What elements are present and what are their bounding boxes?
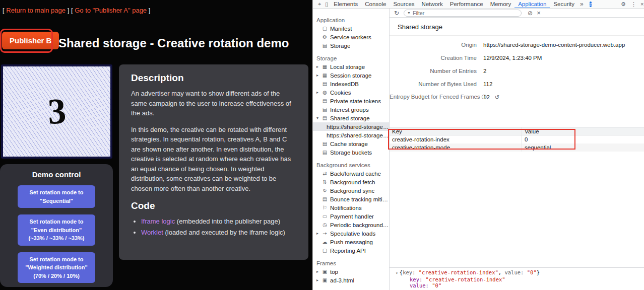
sidebar-item[interactable]: https://shared-storage-d… — [313, 122, 389, 131]
database-icon: ▤ — [321, 98, 328, 104]
database-icon: ▤ — [321, 150, 328, 155]
devtools-tabbar: ⌖ ▯ Elements Console Sources Network Per… — [313, 0, 644, 9]
back-forward-cache-icon: ⇄ — [321, 171, 328, 176]
table-row[interactable]: creative-rotation-index 0 — [390, 135, 644, 143]
set-rotation-mode-button[interactable]: Set rotation mode to "Sequential" — [18, 185, 95, 208]
sidebar-item[interactable]: ▸ ⇢ Speculative loads — [313, 229, 389, 238]
devtools-tab[interactable]: Memory — [487, 0, 515, 9]
devtools-tab[interactable]: Performance — [446, 0, 487, 9]
devtools-tab[interactable]: Security — [550, 0, 578, 9]
devtools-tab[interactable]: Network — [418, 0, 446, 9]
entry-value-cell: sequential — [522, 143, 644, 152]
report-value: 112 — [478, 81, 644, 87]
device-toolbar-icon[interactable]: ▯ — [325, 0, 328, 9]
publisher-page: [ Return to main page ] [ Go to "Publish… — [0, 0, 312, 290]
property-value: "creative-rotation-index" — [426, 276, 505, 282]
entry-preview-pane: ▾{key: "creative-rotation-index", value:… — [390, 267, 644, 290]
sidebar-item[interactable]: ▤ Interest groups — [313, 105, 389, 114]
sidebar-item[interactable]: ⇅ Background fetch — [313, 178, 389, 186]
sidebar-item[interactable]: ▸ ◍ Cookies — [313, 88, 389, 97]
set-rotation-mode-button[interactable]: Set rotation mode to "Weighted distribut… — [18, 252, 95, 283]
filter-field[interactable]: ▼ — [404, 10, 522, 17]
inspect-element-icon[interactable]: ⌖ — [318, 0, 321, 9]
report-label: Origin — [390, 42, 478, 48]
table-row[interactable]: creative-rotation-mode sequential — [390, 143, 644, 152]
report-value: 2 — [478, 68, 644, 74]
payment-handler-icon: ▭ — [321, 213, 328, 219]
preview-string: "creative-rotation-index" — [419, 269, 498, 275]
brace: } — [537, 269, 540, 275]
kebab-menu-icon[interactable]: ⋮ — [631, 0, 636, 9]
close-devtools-icon[interactable]: × — [640, 0, 643, 9]
preview-summary-line: ▾{key: "creative-rotation-index", value:… — [396, 269, 644, 276]
value-column-header[interactable]: Value — [522, 127, 644, 135]
clear-all-icon[interactable]: ⊘ — [528, 10, 533, 17]
sidebar-item[interactable]: https://shared-storage-d… — [313, 131, 389, 139]
report-label: Number of Entries — [390, 68, 478, 74]
set-rotation-mode-button[interactable]: Set rotation mode to "Even distribution"… — [18, 214, 95, 246]
sidebar-item-label: Storage buckets — [330, 150, 372, 156]
close-x-icon[interactable]: × — [537, 9, 541, 17]
expand-arrow-icon[interactable]: ▸ — [316, 231, 321, 236]
code-link[interactable]: Iframe logic — [141, 218, 175, 225]
expand-arrow-icon[interactable]: ▸ — [316, 269, 321, 274]
sidebar-item[interactable]: ◷ Periodic background s… — [313, 221, 389, 229]
table-icon: ▦ — [321, 64, 328, 69]
reporting-api-icon: ▢ — [321, 248, 328, 253]
code-list-item: Worklet (loaded and executed by the ifra… — [141, 228, 296, 238]
devtools-tab[interactable]: Console — [361, 0, 390, 9]
sidebar-item[interactable]: Background services — [313, 161, 389, 169]
publisher-b-badge[interactable]: Publisher B — [2, 32, 59, 49]
sidebar-item[interactable]: ↻ Background sync — [313, 186, 389, 195]
devtools-tab[interactable]: Sources — [390, 0, 418, 9]
table-icon: ▦ — [321, 72, 328, 78]
table-rows: creative-rotation-index 0 creative-rotat… — [390, 135, 644, 152]
sidebar-item-label: Session storage — [330, 72, 371, 79]
sidebar-item[interactable]: ▸ ▦ Session storage — [313, 71, 389, 80]
messages-badge[interactable]: 2 — [590, 2, 592, 7]
refresh-icon[interactable]: ↻ — [394, 10, 399, 17]
expand-arrow-icon[interactable]: ▸ — [316, 73, 321, 78]
sidebar-item[interactable]: ⚙ Service workers — [313, 33, 389, 41]
sidebar-item[interactable]: Application — [313, 16, 389, 24]
sidebar-item[interactable]: ▤ Private state tokens — [313, 97, 389, 105]
more-tabs-chevron[interactable]: » — [580, 1, 584, 8]
property-name: key: — [410, 276, 426, 282]
devtools-tab[interactable]: Elements — [330, 0, 361, 9]
sidebar-item[interactable]: ▤ Bounce tracking mitiga… — [313, 195, 389, 203]
publisher-a-link[interactable]: Go to "Publisher A" page — [75, 7, 147, 14]
sidebar-item[interactable]: ▤ IndexedDB — [313, 80, 389, 88]
sidebar-item[interactable]: ⚐ Notifications — [313, 203, 389, 212]
expand-arrow-icon[interactable]: ▸ — [316, 90, 321, 95]
sidebar-item[interactable]: ▢ Reporting API — [313, 246, 389, 255]
reset-budget-icon[interactable]: ↺ — [495, 94, 499, 100]
speculative-loads-icon: ⇢ — [321, 231, 328, 236]
sidebar-item[interactable]: ▤ Storage — [313, 41, 389, 50]
sidebar-item-label: https://shared-storage-d… — [327, 124, 389, 130]
devtools-tab[interactable]: Application — [514, 0, 550, 9]
sidebar-item[interactable]: Storage — [313, 54, 389, 62]
expand-arrow-icon[interactable]: ▾ — [316, 116, 321, 120]
ad-creative-frame: 3 — [1, 64, 112, 159]
sidebar-item[interactable]: ⇄ Back/forward cache — [313, 169, 389, 178]
preview-key: key: — [403, 269, 419, 275]
sidebar-item[interactable]: ▤ Cache storage — [313, 139, 389, 148]
sidebar-item[interactable]: ▭ Payment handler — [313, 212, 389, 221]
filter-input[interactable] — [413, 10, 508, 16]
sidebar-item[interactable]: ▾ ▤ Shared storage — [313, 114, 389, 122]
sidebar-item[interactable]: Frames — [313, 259, 389, 267]
code-link[interactable]: Worklet — [141, 229, 163, 236]
settings-gear-icon[interactable]: ⚙ — [621, 0, 626, 9]
demo-control-buttons: Set rotation mode to "Sequential" Set ro… — [0, 185, 113, 283]
collapse-arrow-icon[interactable]: ▾ — [396, 271, 398, 275]
sidebar-item[interactable]: ▢ Manifest — [313, 24, 389, 33]
sidebar-item[interactable]: ▸ ▣ top — [313, 267, 389, 276]
sidebar-item[interactable]: ▸ ▣ ad-3.html — [313, 276, 389, 284]
return-main-link[interactable]: Return to main page — [6, 7, 66, 14]
sidebar-item[interactable]: ▸ ▦ Local storage — [313, 62, 389, 71]
key-column-header[interactable]: Key — [390, 127, 522, 135]
sidebar-item[interactable]: ▤ Storage buckets — [313, 148, 389, 157]
sidebar-item[interactable]: ☁ Push messaging — [313, 238, 389, 246]
expand-arrow-icon[interactable]: ▸ — [316, 64, 321, 69]
expand-arrow-icon[interactable]: ▸ — [316, 278, 321, 282]
